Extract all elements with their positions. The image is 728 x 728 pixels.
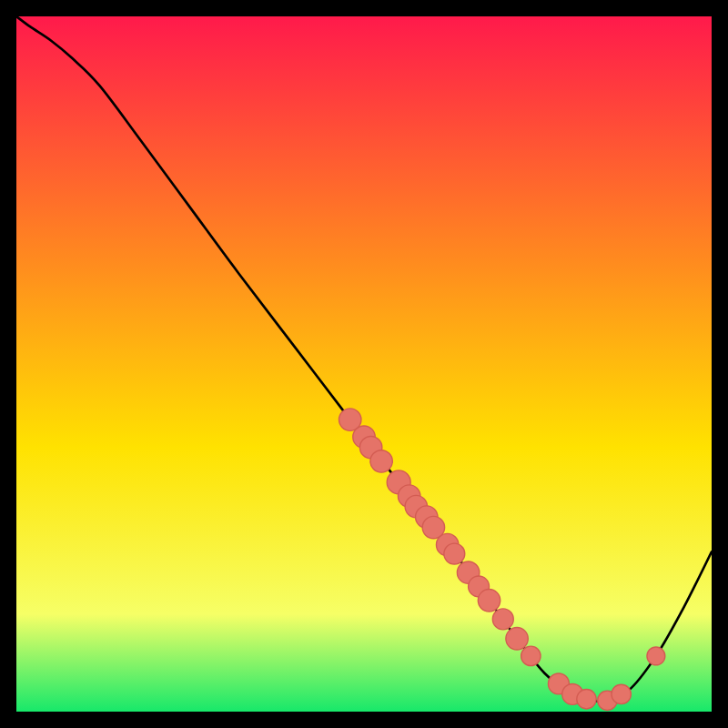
data-marker [521, 646, 541, 665]
data-marker [444, 543, 465, 564]
data-marker [506, 628, 528, 650]
data-marker [478, 590, 500, 612]
data-marker [647, 647, 665, 665]
gradient-background [16, 16, 712, 712]
data-marker [577, 690, 596, 709]
data-marker [370, 450, 392, 472]
chart-frame: TheBottleneck.com [16, 16, 712, 712]
bottleneck-chart [16, 16, 712, 712]
data-marker [612, 684, 631, 703]
data-marker [492, 609, 513, 630]
